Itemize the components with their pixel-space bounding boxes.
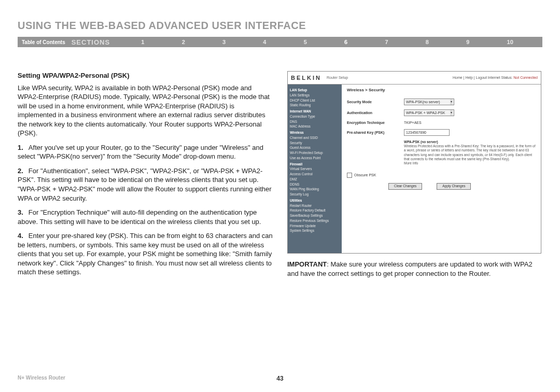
clear-changes-button[interactable]: Clear Changes xyxy=(388,183,422,190)
sidebar-item[interactable]: Restore Previous Settings xyxy=(290,218,340,223)
sidebar-item[interactable]: WAN Ping Blocking xyxy=(290,187,340,192)
router-setup-label: Router Setup xyxy=(327,75,348,80)
step-2: 2.For "Authentication", select "WPA-PSK"… xyxy=(18,166,273,203)
note-body: Wireless Protected Access with a Pre-Sha… xyxy=(404,144,536,160)
sidebar-heading: Wireless xyxy=(290,130,340,135)
sidebar-item[interactable]: LAN Settings xyxy=(290,93,340,98)
obscure-psk-label: Obscure PSK xyxy=(354,173,376,177)
nav-section-5[interactable]: 5 xyxy=(304,39,307,45)
sidebar-item[interactable]: Restore Factory Default xyxy=(290,208,340,213)
authentication-select[interactable]: WPA-PSK + WPA2-PSK xyxy=(404,109,454,116)
router-screenshot: BELKIN Router Setup Home | Help | Logout… xyxy=(287,71,541,254)
sidebar-heading: LAN Setup xyxy=(290,88,340,93)
sidebar-heading: Firewall xyxy=(290,162,340,167)
encryption-value: TKIP+AES xyxy=(404,120,422,125)
security-mode-select[interactable]: WPA-PSK(no server) xyxy=(404,99,454,105)
page-title: USING THE WEB-BASED ADVANCED USER INTERF… xyxy=(18,20,542,32)
footer-page-number: 43 xyxy=(276,375,283,382)
section-heading: Setting WPA/WPA2-Personal (PSK) xyxy=(18,71,273,80)
sidebar-item[interactable]: DMZ xyxy=(290,177,340,182)
step-text: For "Encryption Technique" will auto-fil… xyxy=(18,208,261,226)
step-number: 3. xyxy=(18,208,23,216)
router-brand: BELKIN xyxy=(291,74,321,82)
sidebar-item[interactable]: Access Control xyxy=(290,172,340,177)
router-breadcrumb: Wireless > Security xyxy=(347,88,536,93)
psk-input[interactable]: 1234567890 xyxy=(404,129,450,136)
nav-toc[interactable]: Table of Contents xyxy=(18,39,72,45)
sidebar-item[interactable]: Save/Backup Settings xyxy=(290,213,340,218)
authentication-label: Authentication xyxy=(347,110,404,115)
sidebar-item[interactable]: DDNS xyxy=(290,182,340,187)
note-heading: WPA-PSK (no server) xyxy=(404,140,438,144)
sections-navbar: Table of Contents SECTIONS 12345678910 xyxy=(18,37,542,47)
psk-label: Pre-shared Key (PSK) xyxy=(347,130,404,135)
nav-section-3[interactable]: 3 xyxy=(222,39,226,45)
important-note: IMPORTANT: Make sure your wireless compu… xyxy=(287,260,541,278)
step-3: 3.For "Encryption Technique" will auto-f… xyxy=(18,208,273,226)
nav-section-2[interactable]: 2 xyxy=(182,39,185,45)
nav-section-1[interactable]: 1 xyxy=(141,39,144,45)
intro-paragraph: Like WPA security, WPA2 is available in … xyxy=(18,83,273,138)
sidebar-item[interactable]: Guest Access xyxy=(290,145,340,150)
step-text: After you've set up your Router, go to t… xyxy=(18,144,263,161)
sidebar-item[interactable]: DHCP Client List xyxy=(290,98,340,103)
step-number: 4. xyxy=(18,232,23,240)
sidebar-item[interactable]: DNS xyxy=(290,119,340,124)
step-number: 2. xyxy=(18,167,23,175)
nav-section-4[interactable]: 4 xyxy=(263,39,266,45)
sidebar-item[interactable]: Static Routing xyxy=(290,103,340,108)
sidebar-item[interactable]: Security xyxy=(290,141,340,146)
router-status: Not Connected xyxy=(513,76,538,79)
apply-changes-button[interactable]: Apply Changes xyxy=(437,183,471,190)
sidebar-item[interactable]: MAC Address xyxy=(290,124,340,129)
sidebar-heading: Utilities xyxy=(290,198,340,203)
obscure-psk-checkbox[interactable] xyxy=(347,173,352,178)
sidebar-heading: Internet WAN xyxy=(290,109,340,114)
footer-model: N+ Wireless Router xyxy=(18,375,65,381)
step-4: 4.Enter your pre-shared key (PSK). This … xyxy=(18,231,273,277)
sidebar-item[interactable]: Virtual Servers xyxy=(290,166,340,172)
security-mode-label: Security Mode xyxy=(347,100,404,104)
nav-section-10[interactable]: 10 xyxy=(507,39,513,45)
nav-sections-label: SECTIONS xyxy=(72,38,122,46)
step-1: 1.After you've set up your Router, go to… xyxy=(18,143,273,161)
nav-section-9[interactable]: 9 xyxy=(466,39,469,45)
sidebar-item[interactable]: Firmware Update xyxy=(290,223,340,229)
sidebar-item[interactable]: Security Log xyxy=(290,192,340,197)
sidebar-item[interactable]: Channel and SSID xyxy=(290,135,340,141)
nav-section-7[interactable]: 7 xyxy=(385,39,388,45)
encryption-label: Encryption Technique xyxy=(347,120,404,125)
note-more-info[interactable]: More Info xyxy=(404,161,418,165)
important-label: IMPORTANT xyxy=(287,260,327,268)
sidebar-item[interactable]: System Settings xyxy=(290,228,340,233)
step-text: Enter your pre-shared key (PSK). This ca… xyxy=(18,232,273,276)
sidebar-item[interactable]: Wi-Fi Protected Setup xyxy=(290,150,340,156)
sidebar-item[interactable]: Restart Router xyxy=(290,203,340,208)
router-top-links[interactable]: Home | Help | Logout Internet Status: xyxy=(453,76,512,79)
nav-section-6[interactable]: 6 xyxy=(344,39,347,45)
step-number: 1. xyxy=(18,144,23,151)
nav-section-8[interactable]: 8 xyxy=(426,39,429,45)
step-text: For "Authentication", select "WPA-PSK", … xyxy=(18,167,272,202)
router-sidebar: LAN SetupLAN SettingsDHCP Client ListSta… xyxy=(288,85,342,253)
sidebar-item[interactable]: Connection Type xyxy=(290,114,340,119)
sidebar-item[interactable]: Use as Access Point xyxy=(290,156,340,161)
